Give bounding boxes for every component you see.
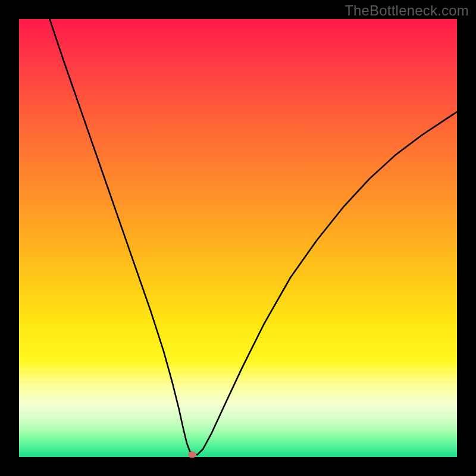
plot-area: [19, 19, 457, 457]
bottleneck-curve: [50, 19, 457, 455]
watermark-text: TheBottleneck.com: [345, 2, 469, 19]
chart-svg: [19, 19, 457, 457]
optimal-marker: [188, 452, 196, 458]
